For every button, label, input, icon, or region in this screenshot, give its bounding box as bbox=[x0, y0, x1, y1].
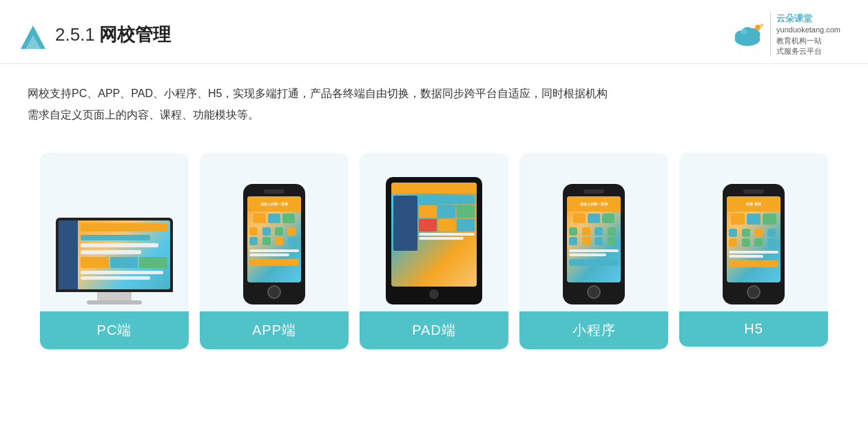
header-left: 2.5.1 网校管理 bbox=[21, 20, 171, 49]
card-pad-label: PAD端 bbox=[360, 311, 508, 349]
logo-icon bbox=[21, 20, 45, 49]
tablet-mock bbox=[386, 177, 482, 304]
svg-point-8 bbox=[760, 23, 763, 27]
cloud-icon bbox=[730, 21, 765, 48]
phone-mock-h5: 好课 推荐 bbox=[723, 184, 785, 304]
monitor-screen bbox=[59, 220, 170, 289]
svg-point-6 bbox=[741, 29, 747, 34]
description-text: 网校支持PC、APP、PAD、小程序、H5，实现多端打通，产品各终端自由切换，数… bbox=[0, 64, 868, 132]
svg-point-7 bbox=[755, 25, 761, 30]
card-pad: PAD端 bbox=[360, 153, 508, 349]
brand-text-block: 云朵课堂 yunduoketang.com 教育机构一站 式服务云平台 bbox=[770, 12, 840, 56]
monitor-screen-wrap bbox=[56, 218, 173, 292]
card-h5-label: H5 bbox=[679, 311, 828, 347]
page-header: 2.5.1 网校管理 云朵课堂 yunduoketang.com 教育机构一站 … bbox=[0, 0, 868, 64]
card-h5-image: 好课 推荐 bbox=[679, 153, 828, 311]
card-mini: 创造人的第一堂课 bbox=[519, 153, 668, 349]
brand-name: 云朵课堂 bbox=[776, 12, 840, 25]
monitor-mock bbox=[56, 218, 173, 304]
card-pc: PC端 bbox=[40, 153, 189, 349]
card-app: 创造人的第一堂课 bbox=[200, 153, 349, 349]
brand-logo: 云朵课堂 yunduoketang.com 教育机构一站 式服务云平台 bbox=[730, 12, 840, 56]
brand-tagline1: 教育机构一站 bbox=[776, 36, 840, 46]
card-pc-image bbox=[40, 153, 189, 311]
brand-domain: yunduoketang.com bbox=[776, 25, 840, 35]
card-mini-label: 小程序 bbox=[519, 311, 668, 349]
card-app-image: 创造人的第一堂课 bbox=[200, 153, 349, 311]
phone-mock-app: 创造人的第一堂课 bbox=[243, 184, 305, 304]
description-line2: 需求自定义页面上的内容、课程、功能模块等。 bbox=[28, 105, 840, 125]
brand-tagline2: 式服务云平台 bbox=[776, 46, 840, 56]
card-mini-image: 创造人的第一堂课 bbox=[519, 153, 668, 311]
card-pc-label: PC端 bbox=[40, 311, 189, 349]
phone-mock-mini: 创造人的第一堂课 bbox=[563, 184, 625, 304]
cards-section: PC端 创造人的第一堂课 bbox=[0, 132, 868, 349]
description-line1: 网校支持PC、APP、PAD、小程序、H5，实现多端打通，产品各终端自由切换，数… bbox=[28, 83, 840, 104]
title-number: 2.5.1 bbox=[55, 24, 95, 45]
page-title: 网校管理 bbox=[99, 23, 171, 47]
card-app-label: APP端 bbox=[200, 311, 349, 349]
card-h5: 好课 推荐 bbox=[679, 153, 828, 349]
card-pad-image bbox=[360, 153, 508, 311]
page-title-section: 2.5.1 网校管理 bbox=[55, 23, 171, 47]
